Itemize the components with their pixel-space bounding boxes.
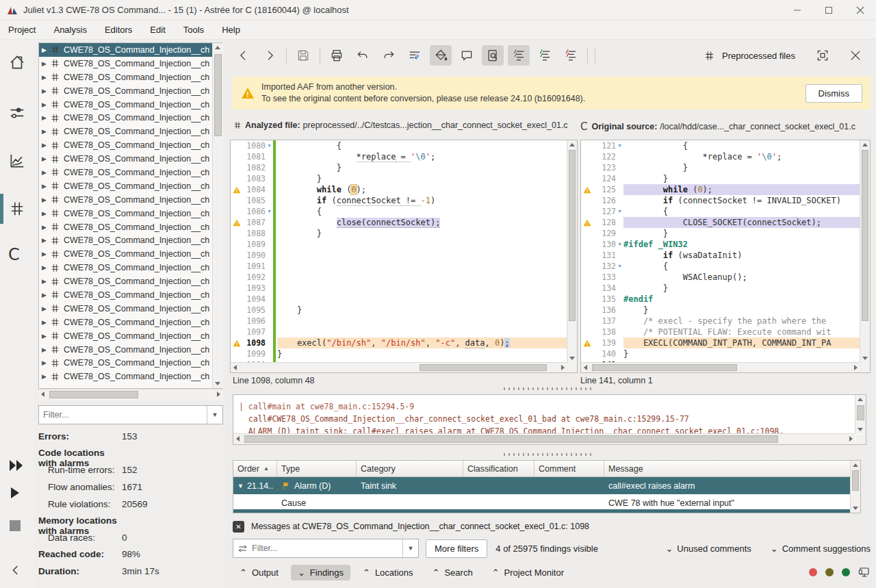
code-line[interactable]: 126 if (connectSocket != INVALID_SOCKET) bbox=[581, 195, 860, 206]
tree-horizontal-scrollbar[interactable] bbox=[38, 389, 223, 400]
fold-marker-icon[interactable]: ▼ bbox=[266, 140, 273, 151]
play-icon[interactable] bbox=[8, 486, 26, 504]
expand-triangle-icon[interactable]: ▶ bbox=[42, 251, 50, 257]
code-line[interactable]: 1096 bbox=[231, 316, 567, 327]
editor-vertical-scrollbar[interactable] bbox=[567, 140, 577, 363]
menu-item-editors[interactable]: Editors bbox=[105, 25, 132, 35]
expand-triangle-icon[interactable]: ▶ bbox=[42, 101, 50, 108]
editor-horizontal-scrollbar[interactable] bbox=[581, 362, 860, 372]
editor-vertical-scrollbar[interactable] bbox=[860, 140, 870, 363]
c-source-icon[interactable]: C bbox=[8, 245, 26, 263]
row-expander-icon[interactable]: ▼ bbox=[237, 483, 244, 489]
code-line[interactable]: 138 /* POTENTIAL FLAW: Execute command w… bbox=[581, 327, 860, 337]
comment-icon[interactable] bbox=[456, 45, 478, 66]
expand-triangle-icon[interactable]: ▶ bbox=[42, 292, 50, 298]
collapse-chevron-icon[interactable] bbox=[8, 563, 26, 580]
log-line[interactable]: ALARM (D) taint_sink: call#execl raises … bbox=[239, 425, 855, 433]
tree-item[interactable]: ▶ CWE78_OS_Command_Injection__ch bbox=[39, 84, 222, 98]
tree-item[interactable]: ▶ CWE78_OS_Command_Injection__ch bbox=[39, 179, 222, 193]
expand-triangle-icon[interactable]: ▶ bbox=[42, 169, 50, 176]
code-line[interactable]: 1095 } bbox=[231, 305, 567, 316]
menu-item-project[interactable]: Project bbox=[8, 25, 36, 35]
fold-marker-icon[interactable]: ▼ bbox=[616, 206, 623, 217]
location-marks-green-icon[interactable] bbox=[534, 45, 556, 66]
expand-triangle-icon[interactable]: ▶ bbox=[42, 319, 50, 326]
back-icon[interactable] bbox=[233, 45, 255, 66]
unused-comments-toggle[interactable]: ⌄Unused comments bbox=[665, 544, 751, 554]
clear-messages-icon[interactable]: ✕ bbox=[233, 521, 244, 533]
tree-item[interactable]: ▶ CWE78_OS_Command_Injection__ch bbox=[39, 207, 222, 220]
code-line[interactable]: 1086▼ { bbox=[231, 206, 567, 217]
splitter-handle[interactable] bbox=[504, 387, 593, 390]
code-line[interactable]: !1084 while (0); bbox=[231, 184, 567, 195]
tab-output[interactable]: ⌃Output bbox=[233, 565, 285, 580]
expand-triangle-icon[interactable]: ▶ bbox=[42, 88, 50, 94]
findings-vertical-scrollbar[interactable] bbox=[850, 461, 860, 513]
code-line[interactable]: 129 } bbox=[581, 228, 860, 239]
findings-filter-dropdown-icon[interactable]: ▼ bbox=[402, 539, 418, 557]
expand-triangle-icon[interactable]: ▶ bbox=[42, 359, 50, 366]
code-line[interactable]: 121▼ { bbox=[581, 140, 860, 151]
tree-item[interactable]: ▶ CWE78_OS_Command_Injection__ch bbox=[39, 57, 222, 71]
code-line[interactable]: 134 } bbox=[581, 283, 860, 294]
minimize-button[interactable] bbox=[782, 0, 813, 21]
code-line[interactable]: 1097 bbox=[231, 327, 567, 337]
tree-vertical-scrollbar[interactable] bbox=[212, 43, 223, 388]
expand-triangle-icon[interactable]: ▶ bbox=[42, 373, 50, 380]
tree-item[interactable]: ▶ CWE78_OS_Command_Injection__ch bbox=[39, 302, 222, 316]
tree-item[interactable]: ▶ CWE78_OS_Command_Injection__ch bbox=[39, 274, 222, 288]
column-header-comment[interactable]: Comment bbox=[534, 461, 604, 476]
code-line[interactable]: 127▼ { bbox=[581, 206, 860, 217]
code-line[interactable]: 122 *replace = '\0'; bbox=[581, 151, 860, 162]
editor-horizontal-scrollbar[interactable] bbox=[231, 362, 567, 372]
expand-triangle-icon[interactable]: ▶ bbox=[42, 210, 50, 217]
splitter-handle[interactable] bbox=[504, 453, 593, 456]
expand-triangle-icon[interactable]: ▶ bbox=[42, 196, 50, 203]
maximize-panel-icon[interactable] bbox=[812, 45, 834, 66]
warning-icon[interactable]: ! bbox=[581, 340, 593, 347]
code-line[interactable]: 132▼ { bbox=[581, 261, 860, 272]
expand-triangle-icon[interactable]: ▶ bbox=[42, 74, 50, 81]
column-header-message[interactable]: Message bbox=[604, 461, 860, 476]
warning-icon[interactable]: ! bbox=[581, 219, 593, 227]
tree-item[interactable]: ▶ CWE78_OS_Command_Injection__ch bbox=[39, 111, 222, 125]
follow-focus-icon[interactable] bbox=[404, 45, 426, 66]
expand-triangle-icon[interactable]: ▶ bbox=[42, 47, 50, 53]
maximize-button[interactable] bbox=[813, 0, 845, 21]
menu-item-tools[interactable]: Tools bbox=[183, 25, 204, 35]
expand-triangle-icon[interactable]: ▶ bbox=[42, 346, 50, 353]
code-line[interactable]: 1090 bbox=[231, 250, 567, 261]
tree-item[interactable]: ▶ CWE78_OS_Command_Injection__ch bbox=[39, 233, 222, 247]
tree-item[interactable]: ▶ CWE78_OS_Command_Injection__ch bbox=[39, 98, 222, 112]
expand-triangle-icon[interactable]: ▶ bbox=[42, 183, 50, 190]
log-line[interactable]: call#CWE78_OS_Command_Injection__char_co… bbox=[239, 413, 855, 425]
tree-item[interactable]: ▶ CWE78_OS_Command_Injection__ch bbox=[39, 370, 222, 383]
tree-item[interactable]: ▶ CWE78_OS_Command_Injection__ch bbox=[39, 220, 222, 234]
tree-filter-combo[interactable]: ▼ bbox=[38, 405, 223, 424]
code-line[interactable]: 123 } bbox=[581, 162, 860, 173]
tree-item[interactable]: ▶ CWE78_OS_Command_Injection__ch bbox=[39, 261, 222, 274]
code-line[interactable]: !1098 execl("/bin/sh", "/bin/sh", "-c", … bbox=[231, 337, 567, 348]
tree-item[interactable]: ▶ CWE78_OS_Command_Injection__ch bbox=[39, 43, 222, 57]
code-line[interactable]: !125 while (0); bbox=[581, 184, 860, 195]
expand-triangle-icon[interactable]: ▶ bbox=[42, 142, 50, 149]
code-line[interactable]: 137 /* execl - specify the path where th… bbox=[581, 316, 860, 327]
column-header-category[interactable]: Category bbox=[357, 461, 463, 476]
expand-triangle-icon[interactable]: ▶ bbox=[42, 224, 50, 231]
column-header-classification[interactable]: Classification bbox=[463, 461, 534, 476]
expand-triangle-icon[interactable]: ▶ bbox=[42, 237, 50, 244]
tree-filter-input[interactable] bbox=[39, 410, 207, 420]
code-line[interactable]: 136 } bbox=[581, 305, 860, 316]
original-source-editor[interactable]: 121▼ {122 *replace = '\0';123 }124 }!125… bbox=[580, 140, 871, 373]
expand-triangle-icon[interactable]: ▶ bbox=[42, 264, 50, 271]
save-icon[interactable] bbox=[292, 45, 314, 66]
menu-item-edit[interactable]: Edit bbox=[150, 25, 165, 35]
tree-item[interactable]: ▶ CWE78_OS_Command_Injection__ch bbox=[39, 247, 222, 261]
fast-forward-icon[interactable] bbox=[8, 459, 26, 476]
expand-triangle-icon[interactable]: ▶ bbox=[42, 333, 50, 340]
code-line[interactable]: 133 WSACleanup(); bbox=[581, 272, 860, 283]
chart-icon[interactable] bbox=[8, 152, 26, 170]
tree-filter-dropdown-icon[interactable]: ▼ bbox=[207, 406, 222, 424]
menu-item-analysis[interactable]: Analysis bbox=[53, 25, 86, 35]
code-line[interactable]: 1088 } bbox=[231, 228, 567, 239]
